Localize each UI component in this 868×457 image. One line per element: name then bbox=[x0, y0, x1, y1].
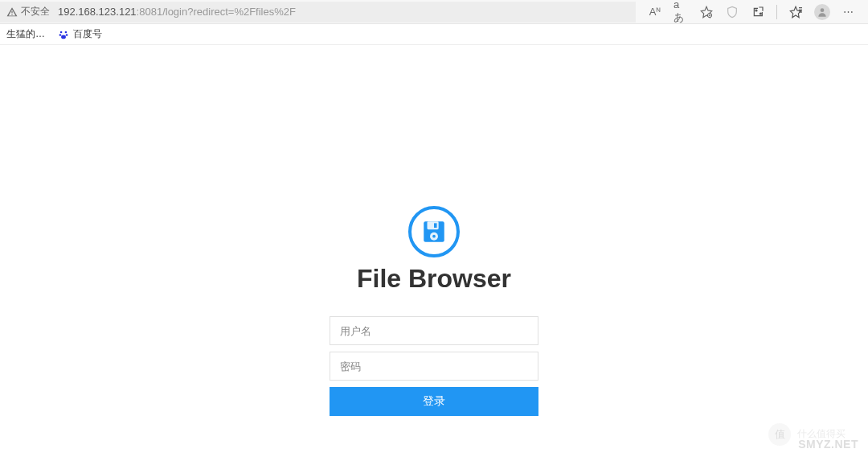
svg-point-16 bbox=[432, 235, 436, 238]
translate-icon[interactable]: aあ bbox=[674, 5, 688, 19]
more-icon[interactable]: ⋯ bbox=[841, 5, 856, 19]
watermark-circle: 值 bbox=[768, 423, 791, 446]
login-form: 登录 bbox=[330, 316, 538, 416]
bookmark-label: 百度号 bbox=[73, 27, 102, 41]
bookmarks-bar: 生猛的… 百度号 bbox=[0, 24, 868, 45]
bookmark-label: 生猛的… bbox=[6, 27, 45, 41]
extensions-icon[interactable] bbox=[751, 5, 765, 19]
bookmark-item-2[interactable]: 百度号 bbox=[58, 27, 102, 41]
login-button[interactable]: 登录 bbox=[330, 387, 538, 416]
favorite-icon[interactable] bbox=[699, 5, 714, 19]
svg-point-6 bbox=[821, 8, 825, 12]
shield-icon[interactable] bbox=[725, 5, 739, 19]
svg-point-10 bbox=[66, 34, 68, 36]
security-indicator[interactable]: 不安全 bbox=[6, 5, 50, 19]
toolbar-separator bbox=[776, 5, 777, 19]
url-path: :8081/login?redirect=%2Ffiles%2F bbox=[137, 6, 296, 18]
login-screen: File Browser 登录 bbox=[0, 45, 868, 416]
svg-point-7 bbox=[60, 31, 63, 33]
svg-rect-13 bbox=[428, 221, 439, 229]
url-box[interactable]: 不安全 192.168.123.121:8081/login?redirect=… bbox=[0, 2, 636, 23]
url-host: 192.168.123.121 bbox=[58, 6, 137, 18]
svg-point-1 bbox=[755, 10, 757, 11]
svg-point-8 bbox=[65, 31, 68, 33]
svg-rect-14 bbox=[434, 223, 437, 228]
password-input[interactable] bbox=[330, 352, 538, 381]
floppy-disk-icon bbox=[420, 218, 448, 245]
app-title: File Browser bbox=[357, 264, 511, 294]
favorites-list-icon[interactable] bbox=[788, 5, 803, 19]
url-text: 192.168.123.121:8081/login?redirect=%2Ff… bbox=[58, 6, 296, 18]
app-logo bbox=[408, 206, 460, 257]
security-label: 不安全 bbox=[21, 5, 50, 19]
warning-icon bbox=[6, 6, 18, 18]
username-input[interactable] bbox=[330, 316, 538, 345]
watermark-text: SMYZ.NET bbox=[798, 438, 858, 451]
address-bar: 不安全 192.168.123.121:8081/login?redirect=… bbox=[0, 0, 868, 24]
toolbar-icons: Aᴺ aあ ⋯ bbox=[640, 4, 864, 20]
svg-point-11 bbox=[61, 35, 66, 39]
read-aloud-icon[interactable]: Aᴺ bbox=[648, 5, 662, 19]
svg-point-9 bbox=[59, 34, 62, 36]
baidu-icon bbox=[58, 29, 69, 40]
profile-avatar-icon[interactable] bbox=[814, 4, 830, 20]
bookmark-item-1[interactable]: 生猛的… bbox=[6, 27, 45, 41]
svg-point-2 bbox=[760, 13, 761, 14]
